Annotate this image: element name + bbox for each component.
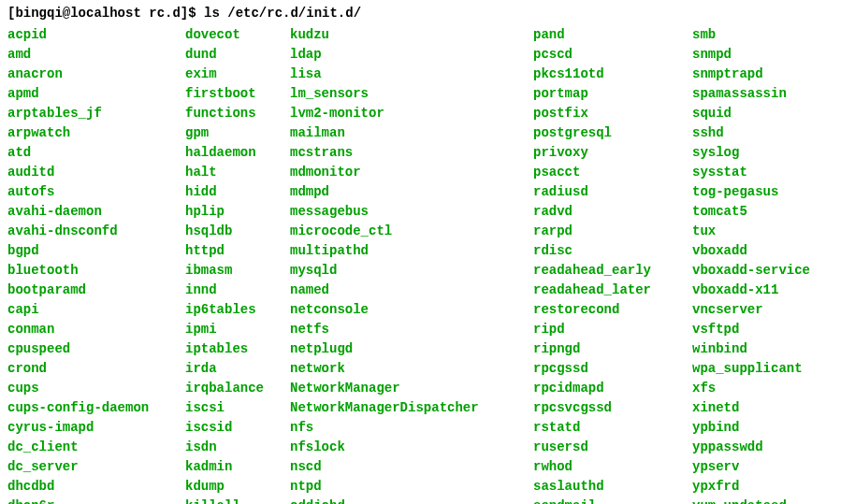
file-entry: readahead_early — [533, 261, 692, 281]
file-entry: crond — [7, 359, 185, 379]
file-entry: wpa_supplicant — [692, 359, 810, 379]
file-entry: ripd — [533, 320, 692, 339]
file-entry: NetworkManagerDispatcher — [290, 398, 533, 418]
file-entry: dc_server — [7, 457, 185, 477]
file-entry: xfs — [692, 379, 810, 398]
file-entry: readahead_later — [533, 281, 692, 300]
file-entry: rusersd — [533, 438, 692, 457]
file-entry: rarpd — [533, 222, 692, 241]
file-entry: mysqld — [290, 261, 533, 281]
file-entry: rpcgssd — [533, 359, 692, 379]
file-entry: httpd — [185, 241, 290, 261]
file-entry: mailman — [290, 123, 533, 143]
file-entry: nscd — [290, 457, 533, 477]
file-entry: mdmonitor — [290, 163, 533, 182]
file-entry: cups — [7, 379, 185, 398]
file-entry: NetworkManager — [290, 379, 533, 398]
file-entry: kdump — [185, 477, 290, 497]
file-entry: avahi-daemon — [7, 202, 185, 222]
file-entry: killall — [185, 497, 290, 504]
file-entry: postfix — [533, 104, 692, 123]
file-entry: rwhod — [533, 457, 692, 477]
file-entry: iscsid — [185, 418, 290, 438]
file-entry: vboxadd-x11 — [692, 281, 810, 300]
file-entry: amd — [7, 45, 185, 65]
file-entry: mcstrans — [290, 143, 533, 163]
file-entry: hplip — [185, 202, 290, 222]
file-entry: microcode_ctl — [290, 222, 533, 241]
file-entry: yum-updatesd — [692, 497, 810, 504]
file-entry: sysstat — [692, 163, 810, 182]
file-entry: apmd — [7, 84, 185, 104]
file-entry: saslauthd — [533, 477, 692, 497]
file-entry: ypbind — [692, 418, 810, 438]
file-entry: ldap — [290, 45, 533, 65]
file-entry: atd — [7, 143, 185, 163]
file-entry: cpuspeed — [7, 339, 185, 359]
file-entry: firstboot — [185, 84, 290, 104]
file-entry: kadmin — [185, 457, 290, 477]
file-entry: dund — [185, 45, 290, 65]
file-entry: nfs — [290, 418, 533, 438]
file-entry: dc_client — [7, 438, 185, 457]
shell-prompt: [bingqi@localhost rc.d]$ ls /etc/rc.d/in… — [7, 4, 848, 23]
file-entry: xinetd — [692, 398, 810, 418]
file-entry: ipmi — [185, 320, 290, 339]
file-entry: vboxadd — [692, 241, 810, 261]
file-entry: lvm2-monitor — [290, 104, 533, 123]
file-entry: ripngd — [533, 339, 692, 359]
file-entry: squid — [692, 104, 810, 123]
file-entry: vboxadd-service — [692, 261, 810, 281]
file-entry: smb — [692, 25, 810, 45]
file-entry: messagebus — [290, 202, 533, 222]
file-entry: pcscd — [533, 45, 692, 65]
file-entry: iptables — [185, 339, 290, 359]
column-4: pandpcscdpkcs11otdportmappostfixpostgres… — [533, 25, 692, 504]
file-entry: irqbalance — [185, 379, 290, 398]
file-entry: haldaemon — [185, 143, 290, 163]
file-entry: irda — [185, 359, 290, 379]
file-entry: privoxy — [533, 143, 692, 163]
file-entry: innd — [185, 281, 290, 300]
file-entry: netconsole — [290, 300, 533, 320]
file-entry: cups-config-daemon — [7, 398, 185, 418]
file-entry: nfslock — [290, 438, 533, 457]
file-entry: functions — [185, 104, 290, 123]
file-entry: hsqldb — [185, 222, 290, 241]
file-entry: bluetooth — [7, 261, 185, 281]
file-entry: acpid — [7, 25, 185, 45]
file-entry: vsftpd — [692, 320, 810, 339]
file-entry: radvd — [533, 202, 692, 222]
file-entry: named — [290, 281, 533, 300]
file-entry: hidd — [185, 182, 290, 202]
file-entry: pand — [533, 25, 692, 45]
file-entry: avahi-dnsconfd — [7, 222, 185, 241]
file-entry: exim — [185, 65, 290, 84]
file-entry: bgpd — [7, 241, 185, 261]
column-5: smbsnmpdsnmptrapdspamassassinsquidsshdsy… — [692, 25, 810, 504]
ls-output: acpidamdanacronapmdarptables_jfarpwatcha… — [7, 25, 848, 504]
file-entry: netplugd — [290, 339, 533, 359]
file-entry: lm_sensors — [290, 84, 533, 104]
file-entry: ypxfrd — [692, 477, 810, 497]
file-entry: isdn — [185, 438, 290, 457]
file-entry: syslog — [692, 143, 810, 163]
column-2: dovecotdundeximfirstbootfunctionsgpmhald… — [185, 25, 290, 504]
column-3: kudzuldaplisalm_sensorslvm2-monitormailm… — [290, 25, 533, 504]
file-entry: cyrus-imapd — [7, 418, 185, 438]
file-entry: netfs — [290, 320, 533, 339]
file-entry: conman — [7, 320, 185, 339]
file-entry: rpcidmapd — [533, 379, 692, 398]
file-entry: tux — [692, 222, 810, 241]
file-entry: ypserv — [692, 457, 810, 477]
file-entry: tog-pegasus — [692, 182, 810, 202]
file-entry: autofs — [7, 182, 185, 202]
file-entry: ntpd — [290, 477, 533, 497]
file-entry: psacct — [533, 163, 692, 182]
column-1: acpidamdanacronapmdarptables_jfarpwatcha… — [7, 25, 185, 504]
file-entry: bootparamd — [7, 281, 185, 300]
file-entry: snmpd — [692, 45, 810, 65]
file-entry: ibmasm — [185, 261, 290, 281]
file-entry: sendmail — [533, 497, 692, 504]
file-entry: halt — [185, 163, 290, 182]
